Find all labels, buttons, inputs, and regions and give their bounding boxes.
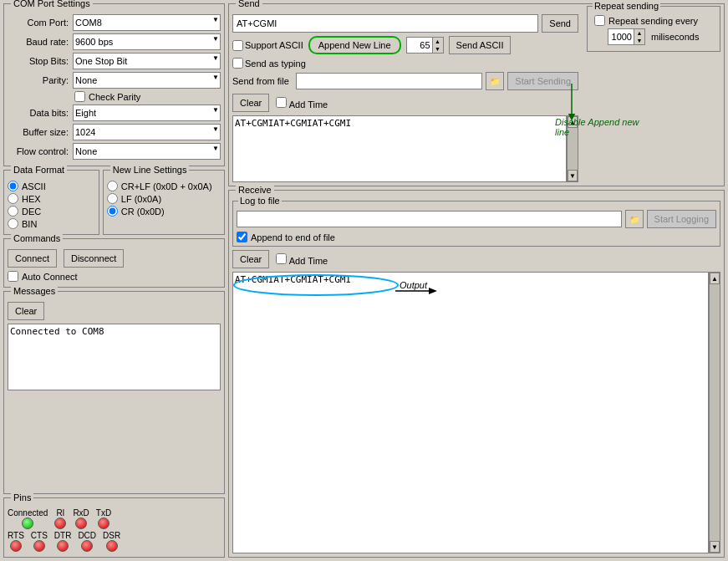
start-logging-button[interactable]: Start Logging [647, 210, 716, 228]
new-line-crlf-radio[interactable] [107, 181, 118, 191]
receive-title: Receive [236, 185, 274, 195]
pin-dcd-label: DCD [78, 531, 96, 540]
new-line-lf-radio[interactable] [107, 193, 118, 204]
data-format-ascii-label: ASCII [22, 181, 46, 191]
messages-textarea[interactable] [8, 324, 221, 390]
send-add-time-checkbox[interactable] [276, 97, 287, 108]
send-ascii-button[interactable]: Send ASCII [449, 36, 512, 54]
buffer-size-select[interactable]: 1024 [73, 124, 221, 140]
receive-scrollbar: ▲ ▼ [709, 272, 720, 553]
ascii-down[interactable]: ▼ [433, 45, 443, 53]
auto-connect-checkbox[interactable] [8, 271, 18, 282]
receive-scroll-up[interactable]: ▲ [710, 273, 720, 284]
com-port-select-wrapper: COM8 [73, 14, 221, 31]
log-file-input[interactable] [237, 211, 622, 227]
scroll-down-arrow[interactable]: ▼ [568, 170, 578, 181]
pins-group: Pins Connected RI RxD TxD [3, 497, 225, 558]
flow-control-select-wrapper: None [73, 143, 221, 160]
repeat-interval-spin: ▲ ▼ [634, 29, 644, 44]
send-button[interactable]: Send [542, 14, 578, 33]
data-format-bin-label: BIN [22, 219, 37, 229]
stop-bits-select[interactable]: One Stop Bit [73, 53, 221, 69]
com-port-settings-title: COM Port Settings [11, 0, 93, 8]
pin-dcd-led [81, 540, 93, 552]
append-new-line-button[interactable]: Append New Line [308, 36, 401, 54]
com-port-select[interactable]: COM8 [73, 14, 221, 31]
pin-dcd: DCD [78, 531, 96, 552]
send-title: Send [236, 0, 262, 8]
ascii-value-input[interactable] [407, 40, 432, 50]
receive-scroll-track [710, 284, 720, 541]
receive-add-time-label[interactable]: Add Time [276, 253, 328, 266]
check-parity-checkbox[interactable] [74, 91, 85, 102]
send-as-typing-label[interactable]: Send as typing [232, 58, 306, 69]
baud-rate-select-wrapper: 9600 bps [73, 33, 221, 50]
disconnect-button[interactable]: Disconnect [64, 249, 124, 268]
repeat-sending-checkbox[interactable] [594, 15, 605, 26]
send-clear-button[interactable]: Clear [232, 94, 269, 112]
repeat-label: Repeat sending every [608, 16, 698, 26]
send-add-time-label[interactable]: Add Time [276, 97, 328, 110]
messages-clear-button[interactable]: Clear [8, 302, 44, 320]
new-line-crlf-label: CR+LF (0x0D + 0x0A) [121, 181, 212, 191]
repeat-sending-title: Repeat sending [593, 1, 660, 11]
receive-scroll-down[interactable]: ▼ [710, 541, 720, 553]
pin-connected: Connected [8, 508, 48, 529]
support-ascii-checkbox[interactable] [232, 40, 243, 51]
data-format-dec-radio[interactable] [8, 206, 18, 217]
messages-title: Messages [11, 286, 58, 296]
receive-add-time-checkbox[interactable] [276, 253, 287, 264]
send-input[interactable] [232, 14, 538, 33]
new-line-lf-label: LF (0x0A) [121, 194, 161, 204]
repeat-interval-wrapper: ▲ ▼ [608, 28, 645, 45]
data-bits-label: Data bits: [8, 108, 73, 118]
scroll-up-arrow[interactable]: ▲ [568, 116, 578, 128]
pin-dsr-led [106, 540, 118, 552]
receive-clear-button[interactable]: Clear [232, 250, 269, 268]
flow-control-label: Flow control: [8, 146, 73, 156]
connect-button[interactable]: Connect [8, 249, 57, 268]
milliseconds-label: miliseconds [651, 32, 699, 42]
pin-dsr: DSR [103, 531, 120, 552]
pin-rts: RTS [8, 531, 24, 552]
start-sending-button[interactable]: Start Sending [507, 72, 578, 90]
send-file-input[interactable] [296, 73, 482, 89]
new-line-cr-radio[interactable] [107, 206, 118, 217]
baud-rate-select[interactable]: 9600 bps [73, 33, 221, 50]
new-line-settings-title: New Line Settings [110, 165, 190, 175]
data-format-hex-radio[interactable] [8, 193, 18, 204]
repeat-interval-up[interactable]: ▲ [634, 29, 644, 37]
ascii-up[interactable]: ▲ [433, 38, 443, 45]
send-as-typing-checkbox[interactable] [232, 58, 243, 69]
parity-select[interactable]: None [73, 72, 221, 89]
receive-textarea[interactable]: AT+CGMIAT+CGMIAT+CGMI [232, 272, 709, 553]
ascii-value-spin: ▲ ▼ [432, 38, 443, 53]
flow-control-select[interactable]: None [73, 143, 221, 160]
log-to-file-group: Log to file 📁 Start Logging Append to en… [232, 201, 720, 247]
repeat-interval-input[interactable] [608, 32, 634, 42]
data-format-title: Data Format [11, 165, 67, 175]
data-format-ascii-radio[interactable] [8, 181, 18, 191]
com-port-settings-group: COM Port Settings Com Port: COM8 Baud ra… [3, 3, 225, 166]
com-port-label: Com Port: [8, 18, 73, 28]
pin-ri-led [54, 518, 66, 529]
data-format-group: Data Format ASCII HEX DEC BIN [3, 170, 99, 235]
stop-bits-select-wrapper: One Stop Bit [73, 53, 221, 69]
send-textarea[interactable]: AT+CGMIAT+CGMIAT+CGMI [232, 115, 567, 182]
data-bits-select-wrapper: Eight [73, 105, 221, 121]
pin-dtr-label: DTR [54, 531, 72, 540]
repeat-interval-down[interactable]: ▼ [634, 37, 644, 44]
data-bits-select[interactable]: Eight [73, 105, 221, 121]
log-file-browse-button[interactable]: 📁 [625, 210, 644, 228]
baud-rate-label: Baud rate: [8, 37, 73, 47]
new-line-settings-group: New Line Settings CR+LF (0x0D + 0x0A) LF… [103, 170, 225, 235]
send-file-browse-button[interactable]: 📁 [486, 72, 504, 90]
support-ascii-label[interactable]: Support ASCII [232, 40, 303, 51]
append-to-file-checkbox[interactable] [237, 232, 247, 242]
log-to-file-title: Log to file [238, 196, 282, 206]
pin-txd: TxD [96, 508, 111, 529]
pin-ri: RI [54, 508, 66, 529]
parity-label: Parity: [8, 75, 73, 85]
data-format-bin-radio[interactable] [8, 218, 18, 229]
stop-bits-label: Stop Bits: [8, 56, 73, 66]
